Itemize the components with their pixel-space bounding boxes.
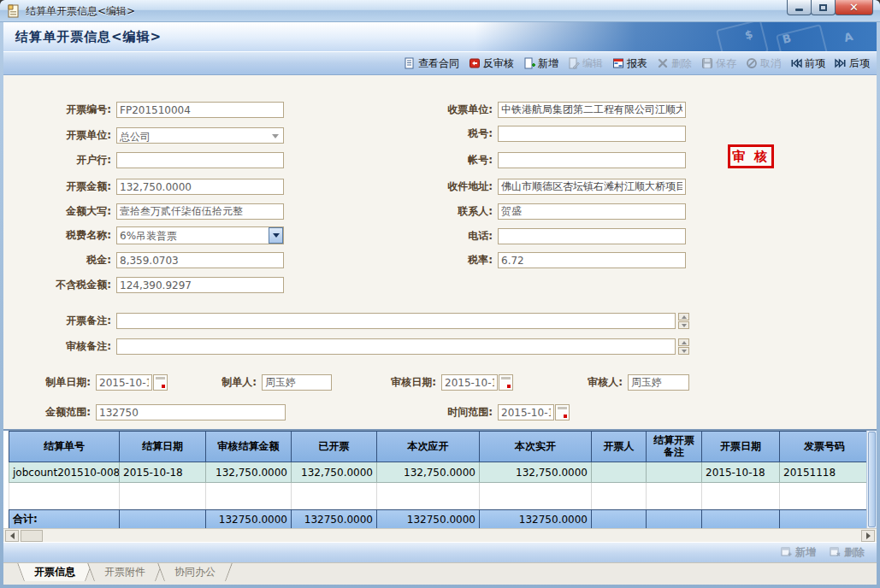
tax-rate-label: 税率: bbox=[387, 253, 498, 268]
mailing-address-field[interactable] bbox=[498, 179, 686, 195]
account-no-label: 帐号: bbox=[387, 153, 498, 168]
close-button[interactable]: ✕ bbox=[835, 0, 873, 15]
invoice-amount-label: 开票金额: bbox=[3, 179, 116, 194]
tax-id-field[interactable] bbox=[498, 126, 686, 142]
amount-words-label: 金额大写: bbox=[3, 204, 116, 219]
amount-words-field[interactable] bbox=[116, 203, 284, 220]
new-button[interactable]: 新增 bbox=[523, 56, 558, 71]
tax-amount-field[interactable] bbox=[116, 252, 284, 268]
column-header[interactable]: 结算开票备注 bbox=[647, 432, 702, 462]
row-delete-label: 删除 bbox=[844, 545, 865, 560]
auditor-field[interactable] bbox=[628, 374, 689, 391]
column-header[interactable]: 审核结算金额 bbox=[206, 432, 292, 462]
spin-down-icon[interactable] bbox=[678, 321, 689, 329]
column-header[interactable]: 开票人 bbox=[592, 432, 647, 462]
audit-remark-field[interactable] bbox=[116, 338, 676, 355]
row-add-icon bbox=[781, 547, 792, 558]
tax-amount-label: 税金: bbox=[3, 253, 116, 268]
invoice-amount-field[interactable] bbox=[116, 179, 284, 195]
time-range-field[interactable] bbox=[498, 404, 554, 420]
column-header[interactable]: 本次应开 bbox=[377, 432, 480, 462]
audit-remark-label: 审核备注: bbox=[3, 339, 116, 354]
tab-collaboration[interactable]: 协同办公 bbox=[157, 563, 233, 581]
toolbar-label: 编辑 bbox=[582, 56, 603, 71]
calendar-icon[interactable] bbox=[555, 404, 570, 420]
toolbar-label: 删除 bbox=[671, 56, 692, 71]
tax-name-dropdown[interactable]: 6%吊装普票 bbox=[116, 226, 284, 244]
page-header: 结算单开票信息<编辑> $ B A bbox=[3, 22, 877, 51]
toolbar-label: 取消 bbox=[760, 56, 781, 71]
audit-date-label: 审核日期: bbox=[375, 375, 441, 390]
scroll-right-icon[interactable] bbox=[861, 530, 875, 542]
next-icon bbox=[835, 57, 847, 69]
unapprove-button[interactable]: 反审核 bbox=[469, 56, 514, 71]
column-header[interactable]: 结算日期 bbox=[120, 432, 206, 462]
invoice-no-label: 开票编号: bbox=[3, 103, 116, 117]
create-date-field[interactable] bbox=[96, 374, 152, 391]
column-header[interactable]: 发票号码 bbox=[780, 432, 869, 462]
audit-date-field[interactable] bbox=[441, 374, 498, 391]
column-header[interactable]: 本次实开 bbox=[480, 432, 592, 462]
bank-field[interactable] bbox=[116, 152, 284, 168]
table-empty-row bbox=[9, 483, 868, 509]
next-button[interactable]: 后项 bbox=[835, 56, 870, 71]
tax-rate-field[interactable] bbox=[498, 252, 686, 268]
horizontal-scrollbar[interactable] bbox=[3, 528, 877, 542]
spin-up-icon[interactable] bbox=[678, 338, 689, 346]
cancel-icon bbox=[746, 57, 758, 69]
invoice-no-field[interactable] bbox=[116, 102, 284, 118]
maximize-button[interactable] bbox=[811, 0, 836, 15]
account-no-field[interactable] bbox=[498, 152, 686, 168]
phone-field[interactable] bbox=[498, 228, 686, 244]
scroll-left-icon[interactable] bbox=[5, 530, 19, 542]
row-delete-icon bbox=[830, 547, 841, 558]
toolbar-label: 保存 bbox=[716, 56, 736, 71]
vertical-scrollbar-thumb[interactable] bbox=[868, 432, 876, 527]
toolbar-label: 前项 bbox=[805, 56, 825, 71]
row-delete-button[interactable]: 删除 bbox=[830, 545, 865, 560]
calendar-icon[interactable] bbox=[153, 374, 168, 391]
amount-excl-tax-label: 不含税金额: bbox=[3, 278, 116, 292]
calendar-icon[interactable] bbox=[499, 374, 513, 391]
row-add-button[interactable]: 新增 bbox=[781, 545, 816, 560]
chevron-down-icon[interactable] bbox=[269, 227, 283, 244]
horizontal-scrollbar-thumb[interactable] bbox=[21, 530, 43, 542]
view-contract-button[interactable]: 查看合同 bbox=[404, 56, 459, 71]
tab-invoice-attachments[interactable]: 开票附件 bbox=[87, 563, 162, 581]
table-row[interactable]: jobcount201510-0084 2015-10-18 132,750.0… bbox=[9, 462, 868, 483]
column-header[interactable]: 开票日期 bbox=[702, 432, 780, 462]
invoice-unit-label: 开票单位: bbox=[3, 128, 116, 143]
receiver-unit-field[interactable] bbox=[498, 102, 686, 118]
receiver-unit-label: 收票单位: bbox=[387, 103, 498, 117]
report-button[interactable]: 报表 bbox=[612, 56, 647, 71]
toolbar-label: 查看合同 bbox=[418, 56, 459, 71]
view-contract-icon bbox=[404, 57, 416, 69]
contact-field[interactable] bbox=[498, 203, 686, 220]
column-header[interactable]: 结算单号 bbox=[9, 432, 120, 462]
auditor-label: 审核人: bbox=[571, 375, 628, 390]
toolbar-label: 新增 bbox=[538, 56, 558, 71]
previous-button[interactable]: 前项 bbox=[790, 56, 825, 71]
app-icon bbox=[7, 4, 21, 18]
vertical-scrollbar[interactable] bbox=[866, 431, 877, 528]
bank-label: 开户行: bbox=[3, 153, 116, 168]
amount-excl-tax-field[interactable] bbox=[116, 277, 284, 293]
create-date-label: 制单日期: bbox=[3, 375, 96, 390]
invoice-remark-spinner bbox=[678, 313, 689, 329]
creator-field[interactable] bbox=[262, 374, 332, 391]
client-area: 结算单开票信息<编辑> $ B A 查看合同 反审核 新增 bbox=[3, 22, 877, 585]
toolbar-label: 反审核 bbox=[483, 56, 514, 71]
column-header[interactable]: 已开票 bbox=[292, 432, 377, 462]
minimize-button[interactable] bbox=[787, 0, 812, 15]
maximize-icon bbox=[819, 4, 827, 11]
spin-down-icon[interactable] bbox=[678, 347, 689, 355]
tab-invoice-info[interactable]: 开票信息 bbox=[17, 563, 92, 581]
invoice-remark-field[interactable] bbox=[116, 313, 676, 329]
audit-stamp: 审 核 bbox=[728, 144, 774, 168]
table-total-row: 合计: 132750.0000 132750.0000 132750.0000 … bbox=[9, 509, 868, 528]
spin-up-icon[interactable] bbox=[678, 313, 689, 320]
header-decor-image: $ B A bbox=[475, 22, 877, 51]
row-add-label: 新增 bbox=[795, 545, 816, 560]
invoice-unit-dropdown[interactable]: 总公司 bbox=[116, 127, 284, 144]
amount-range-field[interactable] bbox=[96, 404, 286, 420]
